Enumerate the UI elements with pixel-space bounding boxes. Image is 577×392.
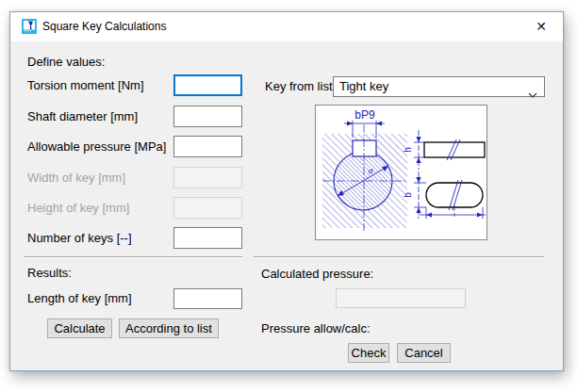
key-from-list-selected: Tight key (339, 79, 388, 93)
close-button[interactable]: ✕ (519, 12, 563, 41)
width-of-key-label: Width of key [mm] (27, 167, 125, 188)
square-key-calculations-dialog: Square Key Calculations ✕ Define values:… (9, 11, 564, 371)
key-from-list-label: Key from list (265, 76, 333, 97)
check-button[interactable]: Check (348, 343, 389, 363)
results-heading: Results: (27, 266, 72, 280)
key-from-list-dropdown[interactable]: Tight key (333, 76, 545, 97)
according-to-list-button[interactable]: According to list (119, 318, 219, 338)
height-of-key-label: Height of key [mm] (27, 197, 129, 219)
number-of-keys-input[interactable] (173, 227, 242, 249)
right-divider (254, 256, 544, 257)
breadth-dim-label: b (403, 192, 413, 198)
diameter-dim-label: d (369, 167, 373, 175)
width-of-key-input (173, 167, 242, 188)
width-dim-label: bP9 (354, 108, 375, 122)
shaft-diameter-input[interactable] (173, 106, 242, 127)
titlebar[interactable]: Square Key Calculations ✕ (10, 12, 563, 41)
calculated-pressure-value (337, 291, 340, 305)
define-values-heading: Define values: (27, 55, 105, 69)
torsion-moment-input[interactable] (173, 74, 242, 96)
number-of-keys-label: Number of keys [--] (27, 227, 132, 249)
length-of-key-input[interactable] (173, 288, 242, 309)
calculate-button[interactable]: Calculate (47, 318, 112, 338)
window-title: Square Key Calculations (42, 12, 166, 41)
key-drawing-image: d bP9 h (315, 105, 487, 240)
calculated-pressure-output (336, 288, 466, 308)
cancel-button[interactable]: Cancel (397, 343, 451, 363)
calculated-pressure-label: Calculated pressure: (261, 267, 373, 281)
app-icon (22, 19, 37, 34)
height-of-key-input (173, 197, 242, 219)
length-of-key-label: Length of key [mm] (27, 288, 132, 309)
allowable-pressure-label: Allowable pressure [MPa] (27, 136, 166, 157)
key-cross-section (353, 140, 376, 156)
left-divider (24, 256, 242, 257)
torsion-moment-label: Torsion moment [Nm] (27, 74, 144, 96)
pressure-allow-calc-label: Pressure allow/calc: (261, 321, 371, 335)
allowable-pressure-input[interactable] (173, 136, 242, 157)
height-dim-label: h (403, 147, 413, 153)
chevron-down-icon (528, 85, 537, 104)
shaft-diameter-label: Shaft diameter [mm] (27, 106, 138, 127)
